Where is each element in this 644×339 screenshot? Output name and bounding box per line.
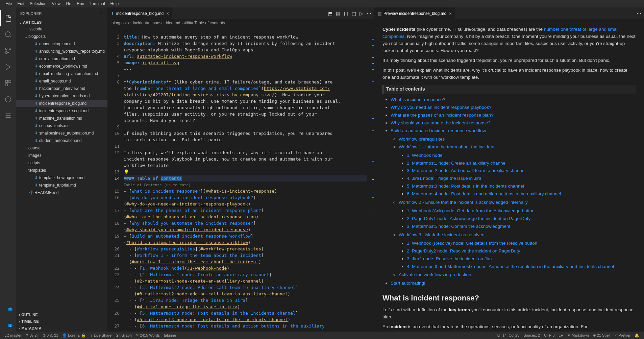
toc-link[interactable]: Why do you need an incident response pla… xyxy=(391,105,492,110)
file-secops_tools.md[interactable]: ⬇secops_tools.md xyxy=(16,122,107,129)
menu-file[interactable]: File xyxy=(3,1,15,6)
editor-body[interactable]: 2345789101112131415161718192021222324252… xyxy=(107,27,374,332)
layout-icon[interactable]: ◫ xyxy=(352,11,356,16)
toc-link[interactable]: 3. Jira2 node: Resolve the incident on J… xyxy=(407,256,492,261)
file-student_automation.md[interactable]: ⬇student_automation.md xyxy=(16,137,107,144)
toc-link[interactable]: What is incident response? xyxy=(391,97,445,102)
tab-preview[interactable]: ▤ Preview incidentresponse_blog.md × xyxy=(374,7,455,19)
sb-liveshare[interactable]: ⇪Live Share xyxy=(88,333,114,338)
menu-run[interactable]: Run xyxy=(74,1,87,6)
folder-blogposts[interactable]: ⌄blogposts xyxy=(16,33,107,40)
toc-link[interactable]: Build an automated incident response wor… xyxy=(391,128,486,133)
file-email_secops.md[interactable]: ⬇email_secops.md xyxy=(16,77,107,85)
toc-link[interactable]: 3. Mattermost2 node: Add on-call team to… xyxy=(407,168,525,173)
toc-link[interactable]: What are the phases of an incident respo… xyxy=(391,113,494,118)
file-machine_translation.md[interactable]: ⬇machine_translation.md xyxy=(16,115,107,122)
search-icon[interactable] xyxy=(0,26,16,43)
sb-tabnine[interactable]: tabnine xyxy=(162,333,178,337)
more-icon[interactable]: ⋯ xyxy=(637,11,641,16)
tab-source[interactable]: ⬇ incidentresponse_blog.md × xyxy=(107,7,173,19)
toc-link[interactable]: 2. PagerDuty1 node: Acknowledge the inci… xyxy=(407,216,530,221)
file-README.md[interactable]: ⓘREADME.md xyxy=(16,189,107,196)
sb-spell[interactable]: ⊗21 Spell xyxy=(591,333,613,338)
breadcrumb-item[interactable]: blogposts xyxy=(112,21,129,25)
breadcrumb-item[interactable]: incidentresponse_blog.md xyxy=(133,21,180,25)
sb-encoding[interactable]: UTF-8 xyxy=(542,333,556,338)
folder-templates[interactable]: ⌄templates xyxy=(16,167,107,174)
toc-link[interactable]: 5. Mattermost3 node: Post details in the… xyxy=(407,184,524,189)
debug-icon[interactable] xyxy=(0,59,16,75)
sb-prettier[interactable]: ✓Prettier xyxy=(613,333,633,338)
markdown-preview[interactable]: Cyberincidents (like cyber crime, IT fai… xyxy=(374,19,644,332)
sb-cursor[interactable]: Ln 14, Col 23 xyxy=(495,333,521,338)
run-icon[interactable]: ▷ xyxy=(360,11,363,16)
section-timeline[interactable]: ›TIMELINE xyxy=(16,318,107,325)
file-template_tutorial.md[interactable]: ⬇template_tutorial.md xyxy=(16,181,107,189)
toc-link[interactable]: Workflow prerequisites xyxy=(399,137,445,142)
split-icon[interactable]: ⬒ xyxy=(328,11,332,16)
toc-link[interactable]: 2. PagerDuty2 node: Resolve the incident… xyxy=(407,248,520,253)
menu-view[interactable]: View xyxy=(49,1,63,6)
more-icon[interactable]: ⋯ xyxy=(367,11,371,16)
file-smallbusiness_automation.md[interactable]: ⬇smallbusiness_automation.md xyxy=(16,129,107,137)
toc-link[interactable]: 6. Mattermost4 node: Post details and ac… xyxy=(407,191,561,196)
toc-link[interactable]: Workflow 1 - Inform the team about the i… xyxy=(399,144,494,149)
toc-link[interactable]: 4. Mattermost6 and Mattermost7 nodes: An… xyxy=(407,264,614,269)
diff-icon[interactable]: ⫿⫿ xyxy=(344,11,348,16)
toc-link[interactable]: Why should you automate the incident res… xyxy=(391,120,491,125)
more-icon[interactable]: ⋯ xyxy=(100,11,104,16)
file-crm_automation.md[interactable]: ⬇crm_automation.md xyxy=(16,55,107,63)
git-icon[interactable] xyxy=(0,91,16,107)
section-metadata[interactable]: ›METADATA xyxy=(16,325,107,332)
menu-terminal[interactable]: Terminal xyxy=(87,1,107,6)
folder-.vscode[interactable]: ›.vscode xyxy=(16,25,107,33)
sb-branch[interactable]: ⎇master xyxy=(3,333,24,338)
toc-link[interactable]: Start automating! xyxy=(391,281,425,286)
file-announcing_um.md[interactable]: ⬇announcing_um.md xyxy=(16,40,107,48)
menu-selection[interactable]: Selection xyxy=(27,1,49,6)
file-announcing_workflow_repository.md[interactable]: ⬇announcing_workflow_repository.md xyxy=(16,48,107,55)
badge2-icon[interactable]: 1 xyxy=(0,315,16,332)
source-control-icon[interactable] xyxy=(0,43,16,59)
sb-wordcount[interactable]: ✎2415 Words xyxy=(134,333,162,338)
toc-link[interactable]: 1. Webhook node xyxy=(407,153,443,158)
menu-edit[interactable]: Edit xyxy=(15,1,27,6)
toc-link[interactable]: Workflow 3 - Mark the incident as resolv… xyxy=(399,232,485,237)
sb-gitgraph[interactable]: Git Graph xyxy=(114,333,134,337)
sb-problems[interactable]: ⊗0 ⚠21 xyxy=(41,333,60,338)
preview-icon[interactable]: ▤ xyxy=(336,11,340,16)
toc-link[interactable]: 1. Webhook (Ack) node: Get data from the… xyxy=(407,208,535,213)
menu-go[interactable]: Go xyxy=(63,1,74,6)
breadcrumbs[interactable]: blogposts›incidentresponse_blog.md›#### … xyxy=(107,19,374,27)
explorer-icon[interactable] xyxy=(0,10,16,26)
minimap[interactable] xyxy=(367,27,374,332)
file-hackernoon_interview.md[interactable]: ⬇hackernoon_interview.md xyxy=(16,85,107,92)
file-ecommerce_workflows.md[interactable]: ⬇ecommerce_workflows.md xyxy=(16,63,107,70)
sb-sync[interactable]: ⟳0↓ 2↑ xyxy=(24,333,41,338)
file-template_howtoguide.md[interactable]: ⬇template_howtoguide.md xyxy=(16,174,107,181)
breadcrumb-item[interactable]: #### Table of contents xyxy=(184,21,225,25)
sb-user[interactable]: 👤Lorena🔒 xyxy=(60,333,88,338)
file-hyperautomation_trends.md[interactable]: ⬇hyperautomation_trends.md xyxy=(16,92,107,100)
file-incidentresponse_script.md[interactable]: ⬇incidentresponse_script.md xyxy=(16,107,107,115)
sidebar-root[interactable]: ⌄ARTICLES xyxy=(16,19,107,25)
close-icon[interactable]: × xyxy=(449,11,452,16)
extensions-icon[interactable] xyxy=(0,75,16,91)
menu-help[interactable]: Help xyxy=(108,1,122,6)
toc-link[interactable]: 3. Mattermost5 node: Confirm the acknowl… xyxy=(407,224,510,229)
file-incidentresponse_blog.md[interactable]: ⬇incidentresponse_blog.md xyxy=(16,100,107,107)
sb-spaces[interactable]: Spaces: 2 xyxy=(521,333,542,338)
sb-bell[interactable]: 🔔 xyxy=(633,333,641,338)
misc-icon[interactable] xyxy=(0,107,16,124)
section-outline[interactable]: ›OUTLINE xyxy=(16,311,107,318)
toc-link[interactable]: Activate the workflows in production xyxy=(399,272,471,277)
sb-lang[interactable]: ▼Markdown xyxy=(565,333,591,338)
toc-link[interactable]: 1. Webhook (Resolve) node: Get details f… xyxy=(407,241,537,246)
close-icon[interactable]: × xyxy=(166,11,169,16)
folder-scripts[interactable]: ›scripts xyxy=(16,159,107,167)
folder-images[interactable]: ›images xyxy=(16,152,107,159)
toc-link[interactable]: 2. Mattermost1 node: Create an auxiliary… xyxy=(407,161,506,166)
toc-link[interactable]: 4. Jira1 node: Triage the issue in Jira xyxy=(407,176,481,181)
sb-eol[interactable]: LF xyxy=(556,333,565,338)
toc-link[interactable]: Workflow 2 - Ensure that the incident is… xyxy=(399,200,528,205)
